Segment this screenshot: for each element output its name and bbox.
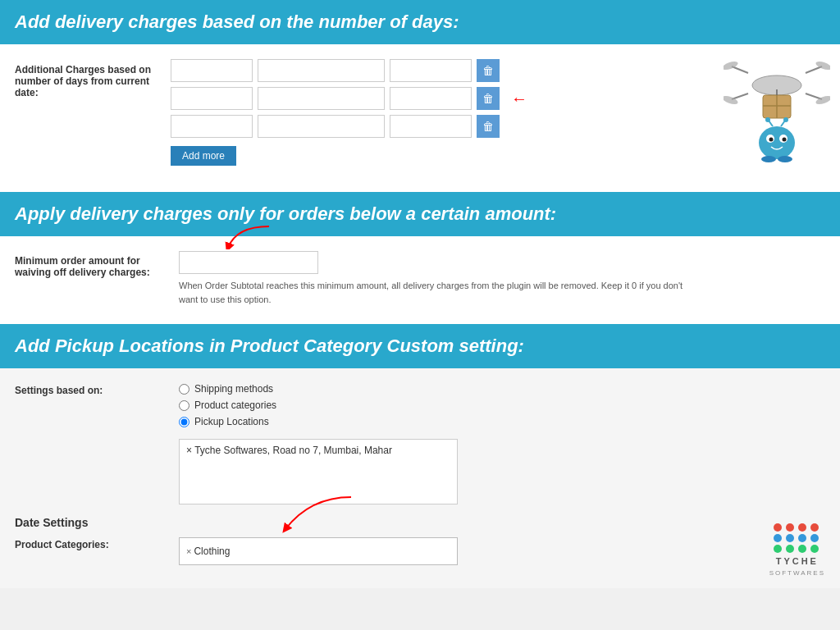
svg-point-16 xyxy=(769,138,774,142)
section1-header: Add delivery charges based on the number… xyxy=(0,0,840,44)
delete-btn-3[interactable]: 🗑 xyxy=(477,115,500,138)
section1: Add delivery charges based on the number… xyxy=(0,0,840,192)
delivery-row-3: 4 4 days delivery charges 10 🗑 xyxy=(171,115,527,138)
svg-point-19 xyxy=(765,117,770,122)
dot-9 xyxy=(774,545,782,553)
svg-point-21 xyxy=(783,117,788,122)
delivery-row-2: 3 3 days delivery charges 20 🗑 ← xyxy=(171,87,527,110)
section2-header: Apply delivery charges only for orders b… xyxy=(0,192,840,236)
dot-12 xyxy=(810,545,819,553)
pickup-tag: × Tyche Softwares, Road no 7, Mumbai, Ma… xyxy=(186,445,392,456)
svg-point-13 xyxy=(759,126,795,159)
dot-5 xyxy=(774,534,782,542)
svg-point-17 xyxy=(783,138,787,142)
delivery-row-1: 2 2 day delivery charge 25 🗑 xyxy=(171,59,527,82)
label-input-3[interactable]: 4 days delivery charges xyxy=(258,115,385,138)
dot-1 xyxy=(774,523,782,532)
product-cat-row: Product Categories: × Clothing xyxy=(15,537,825,565)
tyche-dots xyxy=(774,523,820,553)
arrow-to-input-icon xyxy=(212,225,277,249)
tyche-logo: TYCHE SOFTWARES xyxy=(769,523,825,577)
section3-header: Add Pickup Locations in Product Category… xyxy=(0,324,840,368)
radio-product-cat[interactable]: Product categories xyxy=(179,399,458,411)
dot-7 xyxy=(798,534,806,542)
radio-shipping[interactable]: Shipping methods xyxy=(179,383,458,395)
tyche-sub: SOFTWARES xyxy=(769,569,825,577)
radio-product-cat-label: Product categories xyxy=(194,399,276,411)
clothing-tag-text: Clothing xyxy=(194,546,230,557)
section2-help-text: When Order Subtotal reaches this minimum… xyxy=(179,279,704,306)
dot-11 xyxy=(798,545,806,553)
svg-point-22 xyxy=(761,156,776,162)
radio-pickup-input[interactable] xyxy=(179,417,189,427)
product-cat-text-input[interactable] xyxy=(235,541,284,561)
radio-group: Shipping methods Product categories Pick… xyxy=(179,383,458,504)
radio-shipping-input[interactable] xyxy=(179,384,189,395)
min-order-input[interactable]: 100 xyxy=(179,251,318,274)
radio-pickup-label: Pickup Locations xyxy=(194,416,269,427)
clothing-tag: × Clothing xyxy=(186,546,230,557)
settings-based-row: Settings based on: Shipping methods Prod… xyxy=(15,383,825,504)
section2-label: Minimum order amount for waiving off del… xyxy=(15,251,171,278)
days-input-3[interactable]: 4 xyxy=(171,115,253,138)
label-input-2[interactable]: 3 days delivery charges xyxy=(258,87,385,110)
product-cat-label: Product Categories: xyxy=(15,537,171,550)
svg-point-6 xyxy=(724,94,739,106)
section3: Add Pickup Locations in Product Category… xyxy=(0,324,840,588)
svg-point-4 xyxy=(815,60,830,71)
charge-input-3[interactable]: 10 xyxy=(390,115,472,138)
svg-point-2 xyxy=(724,60,739,71)
section1-label: Additional Charges based on number of da… xyxy=(15,59,171,98)
radio-pickup[interactable]: Pickup Locations xyxy=(179,416,458,427)
dot-6 xyxy=(786,534,794,542)
svg-point-8 xyxy=(815,94,830,106)
settings-based-label: Settings based on: xyxy=(15,383,171,396)
add-more-button[interactable]: Add more xyxy=(171,146,236,166)
dot-3 xyxy=(798,523,806,532)
charge-input-1[interactable]: 25 xyxy=(390,59,472,82)
dot-8 xyxy=(810,534,819,542)
dot-10 xyxy=(786,545,794,553)
arrow-row2-icon: ← xyxy=(511,89,527,108)
radio-product-cat-input[interactable] xyxy=(179,400,189,411)
days-input-2[interactable]: 3 xyxy=(171,87,253,110)
clothing-tag-remove[interactable]: × xyxy=(186,546,191,556)
days-input-1[interactable]: 2 xyxy=(171,59,253,82)
section2: Apply delivery charges only for orders b… xyxy=(0,192,840,324)
dot-4 xyxy=(810,523,819,532)
radio-shipping-label: Shipping methods xyxy=(194,383,273,395)
svg-line-1 xyxy=(732,66,748,73)
delete-btn-1[interactable]: 🗑 xyxy=(477,59,500,82)
label-input-1[interactable]: 2 day delivery charge xyxy=(258,59,385,82)
drone-illustration xyxy=(724,48,830,174)
arrow-to-product-cat-icon xyxy=(244,493,359,534)
date-settings-heading: Date Settings xyxy=(15,516,825,529)
product-cat-input-box[interactable]: × Clothing xyxy=(179,537,458,565)
dot-2 xyxy=(786,523,794,532)
charge-input-2[interactable]: 20 xyxy=(390,87,472,110)
svg-line-3 xyxy=(806,66,822,73)
svg-point-23 xyxy=(778,156,792,162)
delete-btn-2[interactable]: 🗑 xyxy=(477,87,500,110)
tyche-name: TYCHE xyxy=(776,556,819,566)
